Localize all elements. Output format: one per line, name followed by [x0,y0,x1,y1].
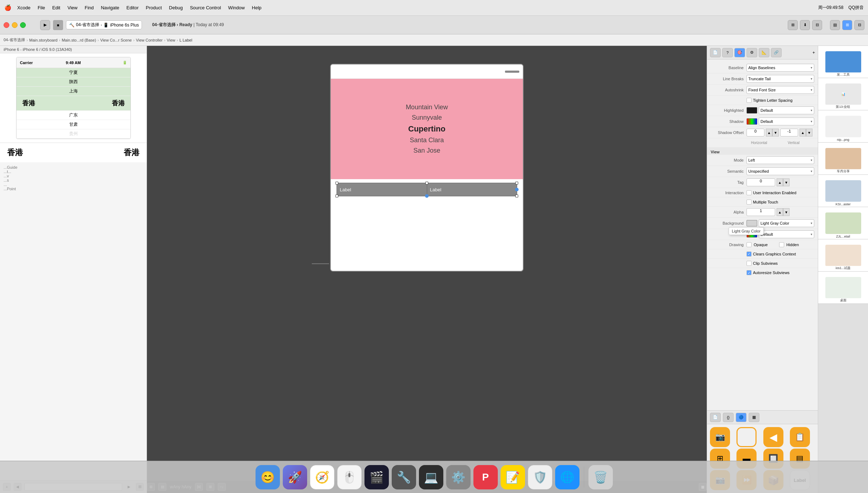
hidden-checkbox[interactable] [779,242,784,247]
inspector-bottom-tab-3[interactable]: 🔵 [736,413,747,422]
thumbnail-6[interactable]: ZJL...etail [818,207,868,239]
highlighted-select[interactable]: Default ▾ [759,106,814,114]
autoshrink-select[interactable]: Fixed Font Size ▾ [747,86,814,94]
province-宁夏[interactable]: 宁夏 [16,68,130,77]
dock-security[interactable]: 🛡️ [528,465,552,489]
shadow-color-swatch[interactable] [747,118,757,125]
tab-attributes[interactable]: ⚙ [747,48,757,57]
province-甘肃[interactable]: 甘肃 [16,120,130,129]
shadow-v-input[interactable]: -1 [780,129,798,137]
province-香港-large[interactable]: 香港 香港 [16,96,130,111]
background-control[interactable]: Light Gray Color ▾ [747,219,814,227]
autoresize-control[interactable]: ✓ Autoresize Subviews [747,270,814,275]
breadcrumb-item-4[interactable]: View Co...r Scene [100,38,132,42]
thumbnail-1[interactable]: 发…工具 [818,46,868,78]
shadow-v-up[interactable]: ▲ [800,129,806,137]
alpha-control[interactable]: 1 ▲ ▼ [747,208,814,216]
shadow-h-down[interactable]: ▼ [772,129,779,137]
province-list[interactable]: 宁夏 陕西 上海 香港 香港 广东 甘肃 贵州 [16,68,130,139]
tighten-control[interactable]: Tighten Letter Spacing [747,98,814,103]
tint-select[interactable]: Default ▾ [759,230,814,238]
dock-prefs[interactable]: ⚙️ [446,465,471,489]
stop-button[interactable]: ■ [53,20,63,30]
shadow-offset-control[interactable]: 0 ▲ ▼ -1 ▲ ▼ [747,129,814,137]
menu-xcode[interactable]: Xcode [17,5,30,10]
clears-control[interactable]: ✓ Clears Graphics Context [747,252,814,257]
menu-editor[interactable]: Editor [127,5,139,10]
tag-stepper[interactable]: ▲ ▼ [777,178,790,186]
breadcrumb-item-3[interactable]: Main.sto...rd (Base) [62,38,96,42]
dock-launchpad[interactable]: 🚀 [283,465,307,489]
shadow-h-input[interactable]: 0 [747,129,764,137]
opaque-checkbox[interactable] [747,242,752,247]
maximize-button[interactable] [20,22,26,28]
tag-input[interactable]: 0 [747,178,775,186]
tab-quick-help[interactable]: ? [722,48,733,57]
breadcrumb-item-2[interactable]: Main.storyboard [29,38,58,42]
province-陕西[interactable]: 陕西 [16,77,130,87]
thumbnail-8[interactable]: 桌面 [818,272,868,304]
mode-control[interactable]: Left ▾ [747,156,814,164]
thumbnail-7[interactable]: ios1...试题 [818,239,868,272]
breadcrumb-item-1[interactable]: 04-省市选择 [4,37,25,43]
dock-quicktime[interactable]: 🎬 [364,465,389,489]
apple-menu[interactable]: 🍎 [4,4,11,11]
shadow-h-up[interactable]: ▲ [766,129,772,137]
run-button[interactable]: ▶ [40,20,50,30]
linebreaks-control[interactable]: Truncate Tail ▾ [747,75,814,83]
background-select[interactable]: Light Gray Color ▾ [759,219,814,227]
multiple-touch-checkbox[interactable] [747,200,752,205]
utilities-toggle[interactable]: ⊟ [812,20,822,30]
dock-trash[interactable]: 🗑️ [588,465,613,489]
thumbnail-2[interactable]: 📊 第13-业组 [818,78,868,110]
shadow-v-down[interactable]: ▼ [806,129,812,137]
dock-notes[interactable]: 📝 [501,465,525,489]
editor-version[interactable]: ⊟ [854,20,864,30]
dock-mouse[interactable]: 🖱️ [337,465,362,489]
alpha-stepper[interactable]: ▲ ▼ [777,208,790,216]
comp-view[interactable] [736,427,757,447]
dock-network[interactable]: 🌐 [555,465,580,489]
tree-nav[interactable]: ...Guide...t......v...s......Point [0,162,147,480]
clears-checkbox[interactable]: ✓ [747,252,752,257]
inspector-bottom-tab-1[interactable]: 📄 [710,413,721,422]
province-上海[interactable]: 上海 [16,87,130,96]
tab-connections[interactable]: 🔗 [771,48,782,57]
clip-control[interactable]: Clip Subviews [747,261,814,266]
dock-terminal[interactable]: 💻 [419,465,443,489]
baseline-select[interactable]: Align Baselines ▾ [747,64,814,72]
menu-view[interactable]: View [67,5,77,10]
dock-finder[interactable]: 😊 [256,465,280,489]
tag-down[interactable]: ▼ [783,178,790,186]
menu-source-control[interactable]: Source Control [190,5,221,10]
editor-standard[interactable]: ▤ [830,20,840,30]
tab-file[interactable]: 📄 [710,48,721,57]
province-贵州[interactable]: 贵州 [16,129,130,139]
thumbnail-5[interactable]: KSI...aster [818,175,868,207]
mode-select[interactable]: Left ▾ [747,156,814,164]
minimize-button[interactable] [12,22,18,28]
label-selection-area[interactable]: Label Label [337,183,517,196]
alpha-input[interactable]: 1 [747,208,775,216]
comp-camera[interactable]: 📷 [710,427,730,447]
breadcrumb-item-6[interactable]: View [167,38,175,42]
breadcrumb-item-7[interactable]: L Label [180,38,192,42]
semantic-control[interactable]: Unspecified ▾ [747,167,814,175]
scheme-selector[interactable]: 🔨 04-省市选择 › 📱 iPhone 6s Plus [66,20,142,29]
tighten-checkbox[interactable] [747,98,752,103]
navigator-toggle[interactable]: ⊞ [788,20,798,30]
comp-back[interactable]: ◀ [763,427,783,447]
alpha-up[interactable]: ▲ [777,208,783,216]
editor-assistant[interactable]: ⊞ [842,20,852,30]
menu-help[interactable]: Help [252,5,262,10]
comp-list[interactable]: 📋 [790,427,810,447]
shadow-select[interactable]: Default ▾ [759,118,814,125]
debug-toggle[interactable]: ⬇ [800,20,810,30]
autoshrink-control[interactable]: Fixed Font Size ▾ [747,86,814,94]
dock-safari[interactable]: 🧭 [310,465,334,489]
multiple-touch-control[interactable]: Multiple Touch [747,200,814,205]
menu-product[interactable]: Product [146,5,162,10]
highlighted-color-swatch[interactable] [747,107,757,114]
shadow-h-stepper[interactable]: ▲ ▼ [766,129,779,137]
tag-control[interactable]: 0 ▲ ▼ [747,178,814,186]
